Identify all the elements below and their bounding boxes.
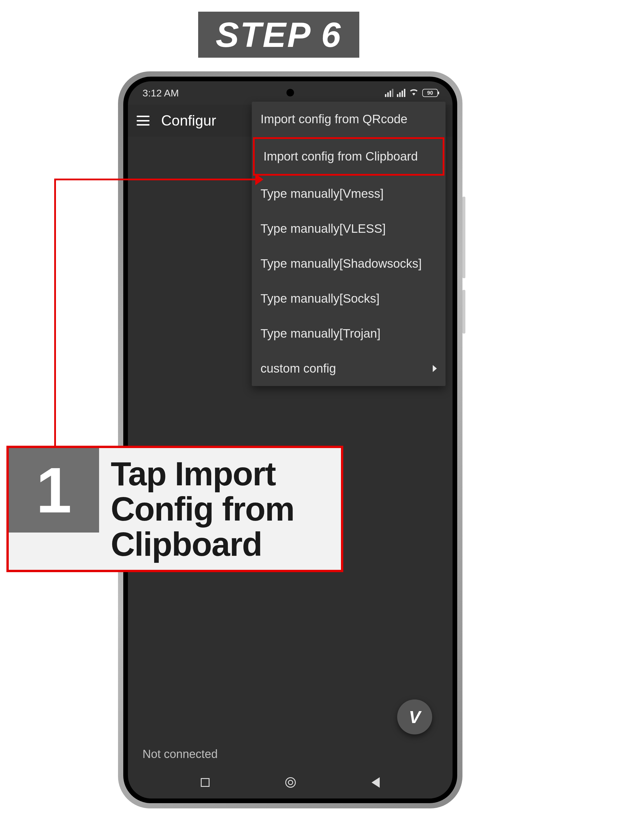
callout-number: 1 <box>9 448 99 533</box>
callout-line <box>54 179 258 180</box>
menu-item-label: Type manually[Trojan] <box>261 326 381 341</box>
phone-side-buttons <box>463 197 465 345</box>
step-badge: STEP 6 <box>198 12 359 58</box>
menu-item-label: Type manually[VLESS] <box>261 222 386 236</box>
signal-icon <box>385 89 393 97</box>
battery-icon: 90 <box>422 89 438 97</box>
hamburger-icon[interactable] <box>137 116 149 126</box>
nav-back-icon[interactable] <box>372 777 380 788</box>
wifi-icon <box>409 87 419 99</box>
android-nav-bar <box>128 766 453 798</box>
menu-item-shadowsocks[interactable]: Type manually[Shadowsocks] <box>252 246 445 281</box>
connection-status: Not connected <box>143 747 218 761</box>
menu-item-label: Type manually[Socks] <box>261 291 380 306</box>
menu-item-trojan[interactable]: Type manually[Trojan] <box>252 316 445 351</box>
nav-recent-icon[interactable] <box>201 778 210 787</box>
menu-item-vmess[interactable]: Type manually[Vmess] <box>252 176 445 211</box>
camera-notch <box>287 89 294 96</box>
menu-item-label: Type manually[Shadowsocks] <box>261 257 422 270</box>
phone-screen: 3:12 AM 90 <box>128 81 453 798</box>
menu-item-vless[interactable]: Type manually[VLESS] <box>252 211 445 246</box>
chevron-right-icon <box>433 365 437 372</box>
callout-text: Tap Import Config from Clipboard <box>99 448 341 570</box>
menu-item-label: custom config <box>261 362 336 376</box>
status-time: 3:12 AM <box>143 87 179 99</box>
status-icons: 90 <box>385 87 438 99</box>
menu-item-label: Type manually[Vmess] <box>261 187 384 201</box>
callout-line <box>54 179 56 446</box>
menu-item-custom-config[interactable]: custom config <box>252 351 445 386</box>
app-title: Configur <box>161 112 216 129</box>
callout-arrow-icon <box>255 174 263 185</box>
menu-item-label: Import config from Clipboard <box>263 149 418 163</box>
menu-item-import-clipboard[interactable]: Import config from Clipboard <box>253 137 444 176</box>
fab-label: V <box>409 707 420 727</box>
menu-item-import-qrcode[interactable]: Import config from QRcode <box>252 102 445 137</box>
menu-item-label: Import config from QRcode <box>261 112 407 126</box>
menu-item-socks[interactable]: Type manually[Socks] <box>252 281 445 316</box>
status-bar: 3:12 AM 90 <box>128 81 453 105</box>
dropdown-menu: Import config from QRcode Import config … <box>252 102 445 386</box>
signal-icon-2 <box>397 89 405 97</box>
fab-connect-button[interactable]: V <box>397 699 432 734</box>
phone-mockup: 3:12 AM 90 <box>118 71 463 808</box>
phone-frame: 3:12 AM 90 <box>118 71 463 808</box>
instruction-callout: 1 Tap Import Config from Clipboard <box>6 446 343 572</box>
nav-home-icon[interactable] <box>285 777 296 788</box>
